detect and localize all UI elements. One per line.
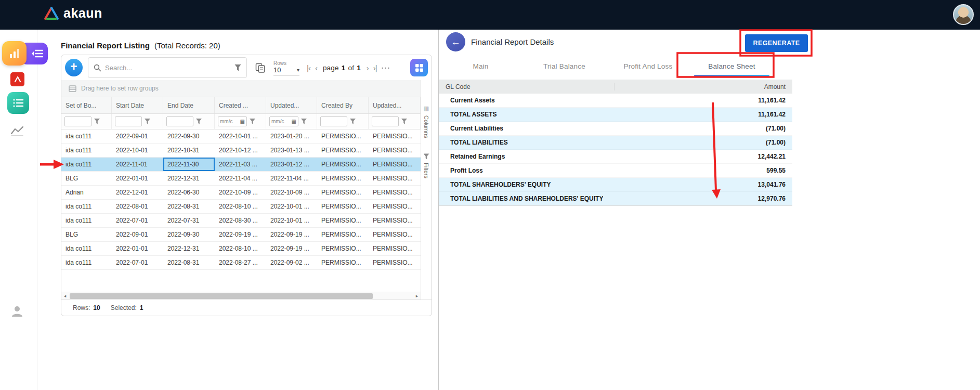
table-row[interactable]: BLG 2022-01-01 2022-12-31 2022-11-04 ...… xyxy=(61,172,421,186)
search-filter-funnel-icon[interactable] xyxy=(234,64,241,71)
cell-created-by[interactable]: PERMISSIO... xyxy=(317,129,369,143)
filter-input-updated-by[interactable] xyxy=(372,116,399,126)
cell-set-of-books[interactable]: BLG xyxy=(61,228,112,241)
cell-created[interactable]: 2022-08-30 ... xyxy=(215,214,266,227)
filter-funnel-icon[interactable] xyxy=(301,119,307,124)
search-input[interactable] xyxy=(105,64,231,72)
column-header-created[interactable]: Created ... xyxy=(215,97,266,113)
cell-start-date[interactable]: 2022-11-01 xyxy=(112,158,163,171)
cell-start-date[interactable]: 2022-01-01 xyxy=(112,172,163,185)
date-filter-created[interactable]: mm/c ▦ xyxy=(218,116,247,126)
column-header-created-by[interactable]: Created By xyxy=(317,97,369,113)
cell-created-by[interactable]: PERMISSIO... xyxy=(317,186,369,199)
gl-row[interactable]: › TOTAL SHAREHOLDERS' EQUITY 13,041.76 xyxy=(439,178,792,192)
tab-profit-and-loss[interactable]: Profit And Loss xyxy=(606,56,690,76)
cell-set-of-books[interactable]: ida co111 xyxy=(61,144,112,157)
scroll-right-icon[interactable]: ▸ xyxy=(413,293,421,298)
cell-updated-by[interactable]: PERMISSIO... xyxy=(369,172,421,185)
tab-trial-balance[interactable]: Trial Balance xyxy=(522,56,606,76)
cell-created[interactable]: 2022-08-10 ... xyxy=(215,200,266,213)
cell-created-by[interactable]: PERMISSIO... xyxy=(317,200,369,213)
add-record-button[interactable]: + xyxy=(65,59,83,76)
scroll-left-icon[interactable]: ◂ xyxy=(61,293,69,298)
cell-updated[interactable]: 2022-09-02 ... xyxy=(266,256,317,269)
cell-created-by[interactable]: PERMISSIO... xyxy=(317,144,369,157)
column-header-set-of-books[interactable]: Set of Bo... xyxy=(61,97,112,113)
cell-set-of-books[interactable]: ida co111 xyxy=(61,200,112,213)
pdf-module-icon[interactable] xyxy=(10,72,24,86)
cell-updated[interactable]: 2023-01-12 ... xyxy=(266,158,317,171)
table-row[interactable]: ida co111 2022-07-01 2022-08-31 2022-08-… xyxy=(61,256,421,270)
cell-set-of-books[interactable]: ida co111 xyxy=(61,214,112,227)
filter-funnel-icon[interactable] xyxy=(196,119,202,124)
filters-panel-tab[interactable]: Filters xyxy=(423,153,429,178)
back-button[interactable]: ← xyxy=(446,32,465,51)
tab-balance-sheet[interactable]: Balance Sheet xyxy=(690,56,774,76)
regenerate-button[interactable]: REGENERATE xyxy=(745,34,808,52)
table-row[interactable]: BLG 2022-09-01 2022-09-30 2022-09-19 ...… xyxy=(61,228,421,242)
cell-start-date[interactable]: 2022-07-01 xyxy=(112,256,163,269)
cell-created[interactable]: 2022-11-04 ... xyxy=(215,172,266,185)
table-row[interactable]: ida co111 2022-08-01 2022-08-31 2022-08-… xyxy=(61,200,421,214)
prev-page-button[interactable]: ‹ xyxy=(315,63,317,72)
cell-created-by[interactable]: PERMISSIO... xyxy=(317,228,369,241)
table-row[interactable]: Adrian 2022-12-01 2022-06-30 2022-10-09 … xyxy=(61,186,421,200)
rows-per-page-select[interactable]: Rows 10 ▾ xyxy=(273,60,299,75)
filter-funnel-icon[interactable] xyxy=(94,119,100,124)
cell-updated-by[interactable]: PERMISSIO... xyxy=(369,129,421,143)
table-row[interactable]: ida co111 2022-07-01 2022-07-31 2022-08-… xyxy=(61,214,421,228)
cell-start-date[interactable]: 2022-01-01 xyxy=(112,242,163,255)
filter-funnel-icon[interactable] xyxy=(401,119,407,124)
column-header-start-date[interactable]: Start Date xyxy=(112,97,163,113)
analytics-module-icon[interactable] xyxy=(10,126,24,136)
grid-view-button[interactable] xyxy=(410,59,428,76)
cell-start-date[interactable]: 2022-07-01 xyxy=(112,214,163,227)
more-options-icon[interactable]: ⋯ xyxy=(381,62,390,73)
column-header-updated-by[interactable]: Updated... xyxy=(369,97,421,113)
cell-updated[interactable]: 2022-10-09 ... xyxy=(266,186,317,199)
cell-start-date[interactable]: 2022-09-01 xyxy=(112,129,163,143)
tab-main[interactable]: Main xyxy=(439,56,522,76)
app-launcher-button[interactable] xyxy=(2,41,27,66)
cell-created[interactable]: 2022-08-10 ... xyxy=(215,242,266,255)
cell-end-date[interactable]: 2022-12-31 xyxy=(163,172,215,185)
cell-set-of-books[interactable]: ida co111 xyxy=(61,242,112,255)
scrollbar-thumb[interactable] xyxy=(70,293,373,299)
cell-updated[interactable]: 2022-10-01 ... xyxy=(266,200,317,213)
column-header-updated[interactable]: Updated... xyxy=(266,97,317,113)
account-icon[interactable] xyxy=(10,304,24,318)
filter-funnel-icon[interactable] xyxy=(145,119,150,124)
gl-row[interactable]: › Retained Earnings 12,442.21 xyxy=(439,150,792,164)
cell-created[interactable]: 2022-10-01 ... xyxy=(215,129,266,143)
cell-created[interactable]: 2022-10-09 ... xyxy=(215,186,266,199)
column-header-end-date[interactable]: End Date xyxy=(163,97,215,113)
cell-set-of-books[interactable]: Adrian xyxy=(61,186,112,199)
gl-row[interactable]: › Current Assets 11,161.42 xyxy=(439,94,792,108)
filter-input-start-date[interactable] xyxy=(115,116,142,126)
akaun-logo[interactable]: akaun xyxy=(44,6,102,21)
cell-updated-by[interactable]: PERMISSIO... xyxy=(369,158,421,171)
horizontal-scrollbar[interactable]: ◂ ▸ xyxy=(61,292,421,300)
cell-end-date[interactable]: 2022-12-31 xyxy=(163,242,215,255)
cell-created-by[interactable]: PERMISSIO... xyxy=(317,214,369,227)
cell-updated-by[interactable]: PERMISSIO... xyxy=(369,144,421,157)
cell-updated[interactable]: 2023-01-20 ... xyxy=(266,129,317,143)
date-filter-updated[interactable]: mm/c ▦ xyxy=(269,116,298,126)
cell-created[interactable]: 2022-08-27 ... xyxy=(215,256,266,269)
cell-end-date[interactable]: 2022-09-30 xyxy=(163,129,215,143)
cell-updated[interactable]: 2022-09-19 ... xyxy=(266,228,317,241)
cell-set-of-books[interactable]: ida co111 xyxy=(61,158,112,171)
cell-updated-by[interactable]: PERMISSIO... xyxy=(369,200,421,213)
table-row[interactable]: ida co111 2022-09-01 2022-09-30 2022-10-… xyxy=(61,129,421,144)
cell-created[interactable]: 2022-10-12 ... xyxy=(215,144,266,157)
cell-updated-by[interactable]: PERMISSIO... xyxy=(369,186,421,199)
cell-updated[interactable]: 2022-10-01 ... xyxy=(266,214,317,227)
next-page-button[interactable]: › xyxy=(367,63,369,72)
cell-updated[interactable]: 2022-09-19 ... xyxy=(266,242,317,255)
cell-end-date[interactable]: 2022-09-30 xyxy=(163,228,215,241)
gl-row[interactable]: › Profit Loss 599.55 xyxy=(439,164,792,178)
table-row[interactable]: ida co111 2022-11-01 2022-11-30 2022-11-… xyxy=(61,158,421,172)
filter-input-created-by[interactable] xyxy=(320,116,347,126)
cell-end-date[interactable]: 2022-10-31 xyxy=(163,144,215,157)
filter-input-end-date[interactable] xyxy=(166,116,193,126)
